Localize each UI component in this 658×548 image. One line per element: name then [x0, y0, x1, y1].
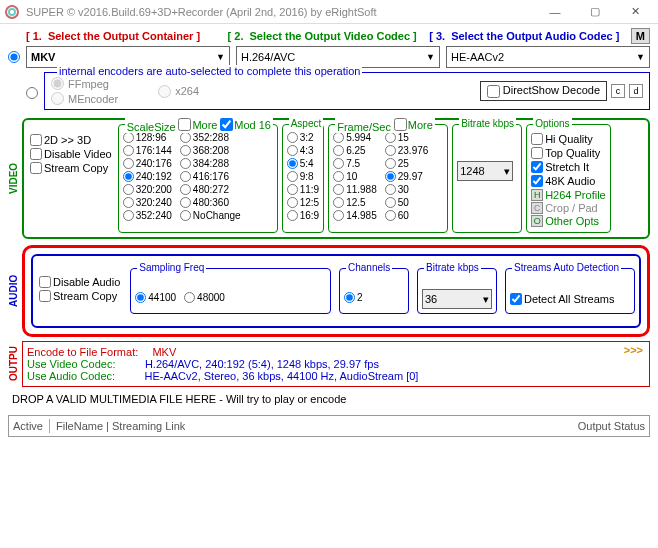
maximize-button[interactable]: ▢ [576, 2, 614, 22]
output-section: >>> Encode to File Format: MKV Use Video… [22, 341, 650, 387]
fps-radio[interactable]: 7.5 [333, 158, 377, 169]
scale-radio[interactable]: 128:96 [123, 132, 172, 143]
d-button[interactable]: d [629, 84, 643, 98]
video-bitrate-group: Bitrate kbps 1248▾ [452, 124, 522, 233]
scale-radio[interactable]: 320:240 [123, 197, 172, 208]
scale-radio[interactable]: 352:240 [123, 210, 172, 221]
video-bitrate-select[interactable]: 1248▾ [457, 161, 513, 181]
encoder-fieldset: internal encoders are auto-selected to c… [44, 72, 650, 110]
freq-48000-radio[interactable]: 48000 [184, 292, 225, 303]
c-button[interactable]: c [611, 84, 625, 98]
x264-radio[interactable]: x264 [158, 85, 199, 98]
streams-detection-group: Streams Auto Detection Detect All Stream… [505, 268, 635, 314]
m-button[interactable]: M [631, 28, 650, 44]
chevron-down-icon: ▾ [504, 165, 510, 178]
aspect-radio[interactable]: 16:9 [287, 210, 319, 221]
video-options-group: Options Hi Quality Top Quality Stretch I… [526, 124, 611, 233]
fps-more-checkbox[interactable]: More [394, 118, 433, 131]
fps-radio[interactable]: 60 [385, 210, 429, 221]
fps-radio[interactable]: 14.985 [333, 210, 377, 221]
chevron-down-icon: ▼ [426, 52, 435, 62]
container-radio[interactable] [8, 51, 20, 63]
video-section-label: VIDEO [8, 118, 22, 239]
scale-radio[interactable]: NoChange [180, 210, 241, 221]
aspect-radio[interactable]: 9:8 [287, 171, 319, 182]
fps-radio[interactable]: 12.5 [333, 197, 377, 208]
aspect-radio[interactable]: 4:3 [287, 145, 319, 156]
fps-radio[interactable]: 6.25 [333, 145, 377, 156]
scale-radio[interactable]: 352:288 [180, 132, 241, 143]
fps-radio[interactable]: 15 [385, 132, 429, 143]
fps-radio[interactable]: 50 [385, 197, 429, 208]
stretch-checkbox[interactable]: Stretch It [531, 161, 606, 173]
aspect-radio[interactable]: 3:2 [287, 132, 319, 143]
close-button[interactable]: ✕ [616, 2, 654, 22]
chevron-down-icon: ▼ [636, 52, 645, 62]
fps-radio[interactable]: 11.988 [333, 184, 377, 195]
scale-radio[interactable]: 240:192 [123, 171, 172, 182]
2d-3d-checkbox[interactable]: 2D >> 3D [30, 134, 112, 146]
audio-bitrate-select[interactable]: 36▾ [422, 289, 492, 309]
titlebar: SUPER © v2016.Build.69+3D+Recorder (Apri… [0, 0, 658, 24]
svg-point-1 [9, 9, 15, 15]
app-icon [4, 4, 20, 20]
step2-text: Select the Output Video Codec ] [250, 30, 424, 42]
fps-radio[interactable]: 30 [385, 184, 429, 195]
channels-group: Channels 2 [339, 268, 409, 314]
step3-num: [ 3. [429, 30, 445, 42]
fps-radio[interactable]: 5.994 [333, 132, 377, 143]
disable-audio-checkbox[interactable]: Disable Audio [39, 276, 120, 288]
scale-radio[interactable]: 384:288 [180, 158, 241, 169]
step3-text: Select the Output Audio Codec ] [451, 30, 625, 42]
scale-radio[interactable]: 176:144 [123, 145, 172, 156]
steps-row: [ 1. Select the Output Container ] [ 2. … [8, 28, 650, 44]
chevron-down-icon: ▾ [483, 293, 489, 306]
minimize-button[interactable]: — [536, 2, 574, 22]
alt-radio[interactable] [26, 87, 38, 99]
output-expand-arrows[interactable]: >>> [624, 344, 643, 356]
framerate-group: Frame/Sec More 5.994 6.25 7.5 10 11.988 … [328, 124, 448, 233]
fps-radio[interactable]: 10 [333, 171, 377, 182]
mencoder-radio[interactable]: MEncoder [51, 92, 118, 105]
disable-video-checkbox[interactable]: Disable Video [30, 148, 112, 160]
scale-more-checkbox[interactable]: More [178, 118, 217, 131]
col-filename: FileName | Streaming Link [56, 420, 578, 432]
col-status: Output Status [578, 420, 645, 432]
stream-copy-video-checkbox[interactable]: Stream Copy [30, 162, 112, 174]
channels-2-radio[interactable]: 2 [344, 292, 404, 303]
scale-radio[interactable]: 480:272 [180, 184, 241, 195]
scale-radio[interactable]: 240:176 [123, 158, 172, 169]
audio-section-label: AUDIO [8, 245, 22, 337]
fps-radio[interactable]: 29.97 [385, 171, 429, 182]
scale-radio[interactable]: 368:208 [180, 145, 241, 156]
ffmpeg-radio[interactable]: FFmpeg [51, 77, 118, 90]
mod16-checkbox[interactable]: Mod 16 [220, 118, 271, 131]
fps-radio[interactable]: 25 [385, 158, 429, 169]
directshow-button[interactable]: DirectShow Decode [480, 81, 607, 101]
aspect-radio[interactable]: 11:9 [287, 184, 319, 195]
drop-zone-text[interactable]: DROP A VALID MULTIMEDIA FILE HERE - Will… [8, 387, 650, 411]
output-section-label: OUTPU [8, 341, 22, 387]
top-quality-checkbox[interactable]: Top Quality [531, 147, 606, 159]
audio-codec-select[interactable]: HE-AACv2▼ [446, 46, 650, 68]
scale-radio[interactable]: 320:200 [123, 184, 172, 195]
scale-radio[interactable]: 416:176 [180, 171, 241, 182]
aspect-radio[interactable]: 12:5 [287, 197, 319, 208]
hi-quality-checkbox[interactable]: Hi Quality [531, 133, 606, 145]
audio-section: Disable Audio Stream Copy Sampling Freq … [31, 254, 641, 328]
freq-44100-radio[interactable]: 44100 [135, 292, 176, 303]
step1-num: [ 1. [26, 30, 42, 42]
crop-pad-button[interactable]: C [531, 202, 543, 214]
aspect-group: Aspect 3:2 4:3 5:4 9:8 11:9 12:5 16:9 [282, 124, 324, 233]
stream-copy-audio-checkbox[interactable]: Stream Copy [39, 290, 120, 302]
other-opts-button[interactable]: O [531, 215, 543, 227]
48k-audio-checkbox[interactable]: 48K Audio [531, 175, 606, 187]
detect-streams-checkbox[interactable]: Detect All Streams [510, 293, 630, 305]
step2-num: [ 2. [228, 30, 244, 42]
aspect-radio[interactable]: 5:4 [287, 158, 319, 169]
scale-radio[interactable]: 480:360 [180, 197, 241, 208]
h264-profile-button[interactable]: H [531, 189, 543, 201]
chevron-down-icon: ▼ [216, 52, 225, 62]
step1-text: Select the Output Container ] [48, 30, 222, 42]
fps-radio[interactable]: 23.976 [385, 145, 429, 156]
